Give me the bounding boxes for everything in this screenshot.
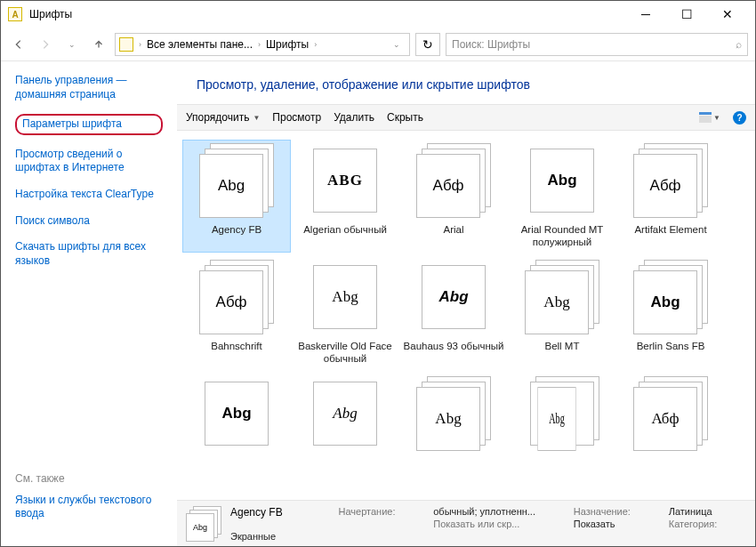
arrange-menu[interactable]: Упорядочить▼: [186, 111, 260, 124]
help-icon[interactable]: ?: [733, 111, 746, 125]
details-category-label: Категория:: [669, 519, 746, 529]
forward-button[interactable]: [35, 34, 56, 55]
sidebar-download-fonts[interactable]: Скачать шрифты для всех языков: [15, 240, 163, 268]
font-item[interactable]: AbgArial Rounded MT полужирный: [508, 140, 616, 253]
details-show-value: Показать: [574, 519, 660, 529]
font-sample: Абф: [633, 154, 697, 218]
refresh-button[interactable]: ↻: [415, 33, 440, 56]
font-label: Arial Rounded MT полужирный: [511, 223, 613, 249]
font-item[interactable]: Абф: [616, 373, 725, 460]
font-item[interactable]: Abg: [291, 373, 399, 460]
search-placeholder: Поиск: Шрифты: [452, 38, 736, 51]
font-label: Bell MT: [545, 340, 580, 352]
font-item[interactable]: AbgBell MT: [508, 256, 616, 369]
details-style-value: обычный; уплотненн...: [433, 506, 565, 517]
font-item[interactable]: AbgBauhaus 93 обычный: [399, 256, 508, 369]
font-item[interactable]: AbgBerlin Sans FB: [616, 256, 725, 369]
up-button[interactable]: [88, 34, 109, 55]
font-sample: Абф: [416, 154, 480, 218]
font-label: Artifakt Element: [634, 223, 706, 236]
font-sample: Abg: [313, 382, 377, 446]
maximize-button[interactable]: ☐: [666, 1, 707, 28]
font-sample: Abg: [199, 154, 263, 218]
sidebar-font-params[interactable]: Параметры шрифта: [22, 117, 156, 132]
font-preview-icon: Abg: [186, 506, 221, 542]
recent-dropdown[interactable]: ⌄: [61, 34, 83, 55]
font-label: Algerian обычный: [303, 223, 387, 236]
search-icon: ⌕: [736, 38, 742, 51]
details-style-label: Начертание:: [338, 506, 424, 517]
font-item[interactable]: Abg: [182, 373, 291, 460]
delete-button[interactable]: Удалить: [334, 111, 374, 124]
minimize-button[interactable]: ─: [625, 1, 666, 28]
font-sample: Абф: [199, 270, 263, 334]
font-label: Bahnschrift: [211, 340, 262, 352]
breadcrumb-current[interactable]: Шрифты: [262, 38, 312, 51]
fonts-folder-icon: [119, 37, 133, 52]
font-sample: Abg: [537, 387, 575, 451]
address-bar[interactable]: › Все элементы пане... › Шрифты › ⌄: [115, 33, 410, 56]
details-charset-value: Латиница: [669, 506, 746, 517]
details-charset-label: Назначение:: [574, 506, 660, 517]
details-show-label: Показать или скр...: [433, 519, 565, 529]
sidebar-cleartype[interactable]: Настройка текста ClearType: [15, 188, 163, 202]
font-item[interactable]: AbgBaskerville Old Face обычный: [291, 256, 399, 369]
font-label: Berlin Sans FB: [637, 340, 705, 352]
sidebar-find-char[interactable]: Поиск символа: [15, 214, 163, 229]
breadcrumb-root[interactable]: Все элементы пане...: [143, 38, 256, 51]
sidebar-text-services[interactable]: Языки и службы текстового ввода: [15, 494, 163, 521]
font-label: Arial: [443, 223, 463, 236]
page-title: Просмотр, удаление, отображение или скры…: [177, 61, 755, 104]
chevron-right-icon: ›: [256, 40, 262, 49]
font-grid: AbgAgency FBABGAlgerian обычныйАбфArialA…: [177, 131, 755, 500]
view-mode-button[interactable]: ▼: [699, 112, 720, 123]
search-input[interactable]: Поиск: Шрифты ⌕: [446, 33, 748, 56]
font-sample: Abg: [313, 265, 377, 329]
details-pane: Abg Agency FB Начертание: обычный; уплот…: [177, 500, 755, 546]
font-sample: Abg: [416, 387, 480, 451]
font-item[interactable]: АбфBahnschrift: [182, 256, 291, 369]
font-item[interactable]: Abg: [399, 373, 508, 460]
font-label: Bauhaus 93 обычный: [404, 340, 504, 352]
hide-button[interactable]: Скрыть: [387, 111, 423, 124]
details-category-value: Экранные: [230, 531, 329, 542]
font-item[interactable]: AbgAgency FB: [182, 140, 291, 253]
details-title: Agency FB: [230, 506, 329, 519]
font-sample: Abg: [525, 270, 589, 334]
font-sample: Абф: [633, 387, 697, 451]
fonts-folder-icon: A: [8, 7, 22, 21]
sidebar-home[interactable]: Панель управления — домашняя страница: [15, 74, 163, 101]
font-sample: ABG: [313, 149, 377, 213]
close-button[interactable]: ✕: [707, 1, 748, 28]
font-sample: Abg: [633, 270, 697, 334]
view-button[interactable]: Просмотр: [272, 111, 321, 124]
chevron-right-icon: ›: [137, 40, 143, 49]
font-item[interactable]: АбфArtifakt Element: [616, 140, 725, 253]
see-also-label: См. также: [15, 472, 163, 485]
font-label: Baskerville Old Face обычный: [294, 340, 396, 366]
font-sample: Abg: [530, 149, 594, 213]
font-sample: Abg: [422, 265, 486, 329]
sidebar-internet-fonts[interactable]: Просмотр сведений о шрифтах в Интернете: [15, 148, 163, 175]
back-button[interactable]: [8, 34, 29, 55]
font-item[interactable]: АбфArial: [399, 140, 508, 253]
window-title: Шрифты: [29, 8, 625, 20]
font-label: Agency FB: [212, 223, 261, 236]
chevron-right-icon: ›: [312, 40, 318, 49]
address-dropdown[interactable]: ⌄: [388, 40, 406, 49]
font-sample: Abg: [205, 382, 269, 446]
font-item[interactable]: ABGAlgerian обычный: [291, 140, 399, 253]
font-item[interactable]: Abg: [508, 373, 616, 460]
